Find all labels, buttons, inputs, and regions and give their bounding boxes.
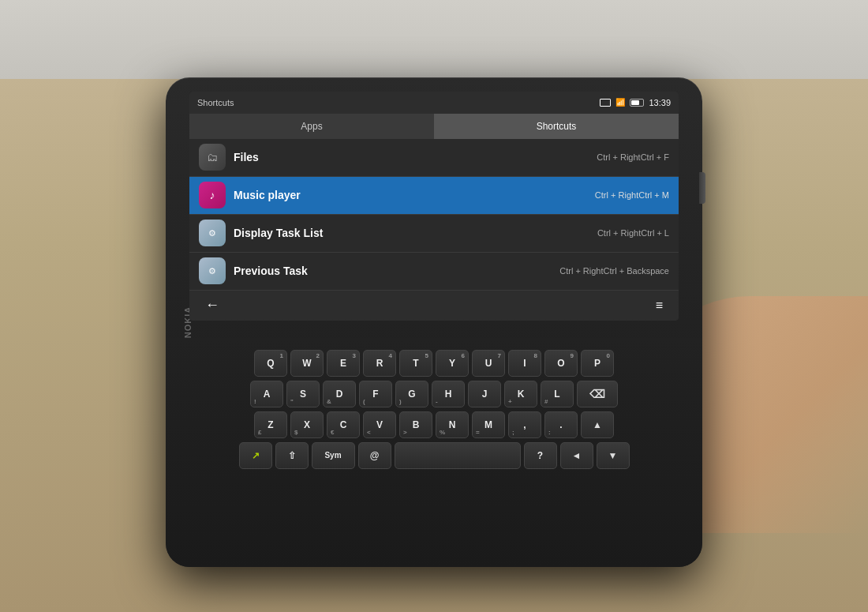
key-q[interactable]: Q1 [254,350,287,377]
physical-keyboard-background [0,0,868,79]
status-bar: Shortcuts 📶 13:39 [189,92,679,114]
physical-keyboard: Q1 W2 E3 R4 T5 Y6 U7 I8 O9 P0 A! S" D& F… [166,338,702,567]
prev-task-icon: ⚙ [199,257,226,284]
list-item-task-list[interactable]: ⚙ Display Task List Ctrl + RightCtrl + L [189,215,679,253]
key-x[interactable]: X$ [290,411,324,438]
task-list-shortcut: Ctrl + RightCtrl + L [597,228,669,238]
keyboard-row-3: Z£ X$ C€ V< B> N% M= ,; .: ▲ [181,411,687,438]
key-t[interactable]: T5 [399,350,432,377]
keyboard-row-2: A! S" D& F( G) H- J K+ L# ⌫ [181,381,687,407]
key-r[interactable]: R4 [363,350,396,377]
shortcuts-list: 🗂 Files Ctrl + RightCtrl + F ♪ Music pla… [189,139,679,291]
nokia-phone: NOKIA E7 Shortcuts 📶 13:39 App [166,77,702,567]
screen-title: Shortcuts [197,98,234,107]
key-backspace[interactable]: ⌫ [577,381,618,407]
side-button[interactable] [699,172,705,204]
key-question[interactable]: ? [524,442,557,469]
key-p[interactable]: P0 [581,350,614,377]
back-button[interactable]: ← [205,297,219,314]
key-n[interactable]: N% [436,411,469,438]
key-g[interactable]: G) [395,381,428,407]
music-shortcut: Ctrl + RightCtrl + M [595,190,669,200]
task-list-icon: ⚙ [199,220,226,246]
task-list-label: Display Task List [234,227,597,239]
keyboard-row-bottom: ↗ ⇧ Sym @ ? ◄ ▼ [181,442,687,469]
key-u[interactable]: U7 [472,350,505,377]
keyboard-row-1: Q1 W2 E3 R4 T5 Y6 U7 I8 O9 P0 [181,350,687,377]
key-c[interactable]: C€ [327,411,360,438]
files-shortcut: Ctrl + RightCtrl + F [597,152,669,162]
key-j[interactable]: J [468,381,501,407]
key-m[interactable]: M= [472,411,505,438]
phone-screen: Shortcuts 📶 13:39 Apps Shortcuts [189,92,679,321]
key-down-arrow[interactable]: ▼ [597,442,630,469]
list-item-previous-task[interactable]: ⚙ Previous Task Ctrl + RightCtrl + Backs… [189,253,679,291]
signal-icon: 📶 [615,98,625,107]
music-icon: ♪ [199,182,226,208]
bottom-nav-bar: ← ≡ [189,291,679,321]
key-d[interactable]: D& [323,381,356,407]
key-a[interactable]: A! [250,381,283,407]
key-comma[interactable]: ,; [508,411,541,438]
key-w[interactable]: W2 [290,350,324,377]
key-shift[interactable]: ⇧ [275,442,309,469]
key-at[interactable]: @ [358,442,391,469]
key-z[interactable]: Z£ [254,411,287,438]
screen-content: Shortcuts 📶 13:39 Apps Shortcuts [189,92,679,321]
key-b[interactable]: B> [399,411,432,438]
list-item-music-player[interactable]: ♪ Music player Ctrl + RightCtrl + M [189,177,679,215]
key-sym[interactable]: Sym [312,442,355,469]
key-left-arrow[interactable]: ◄ [560,442,593,469]
tab-apps[interactable]: Apps [189,114,434,139]
music-label: Music player [234,189,595,201]
key-o[interactable]: O9 [544,350,578,377]
clock: 13:39 [649,98,671,107]
key-period[interactable]: .: [544,411,578,438]
menu-button[interactable]: ≡ [656,298,663,313]
key-i[interactable]: I8 [508,350,541,377]
key-v[interactable]: V< [363,411,396,438]
files-icon: 🗂 [199,144,226,171]
tab-bar: Apps Shortcuts [189,114,679,139]
list-item-files[interactable]: 🗂 Files Ctrl + RightCtrl + F [189,139,679,177]
key-f[interactable]: F( [359,381,392,407]
status-icons: 📶 13:39 [600,98,671,107]
key-y[interactable]: Y6 [436,350,469,377]
key-shift-arrow[interactable]: ↗ [239,442,272,469]
battery-icon [630,99,644,107]
key-l[interactable]: L# [541,381,574,407]
key-k[interactable]: K+ [504,381,537,407]
key-e[interactable]: E3 [327,350,360,377]
key-h[interactable]: H- [432,381,465,407]
tab-shortcuts[interactable]: Shortcuts [434,114,679,139]
key-up-arrow[interactable]: ▲ [581,411,614,438]
key-s[interactable]: S" [286,381,320,407]
battery-fill [631,100,639,105]
files-label: Files [234,151,597,163]
prev-task-label: Previous Task [234,265,559,277]
prev-task-shortcut: Ctrl + RightCtrl + Backspace [559,266,669,276]
email-icon [600,99,611,107]
key-space[interactable] [395,442,521,469]
